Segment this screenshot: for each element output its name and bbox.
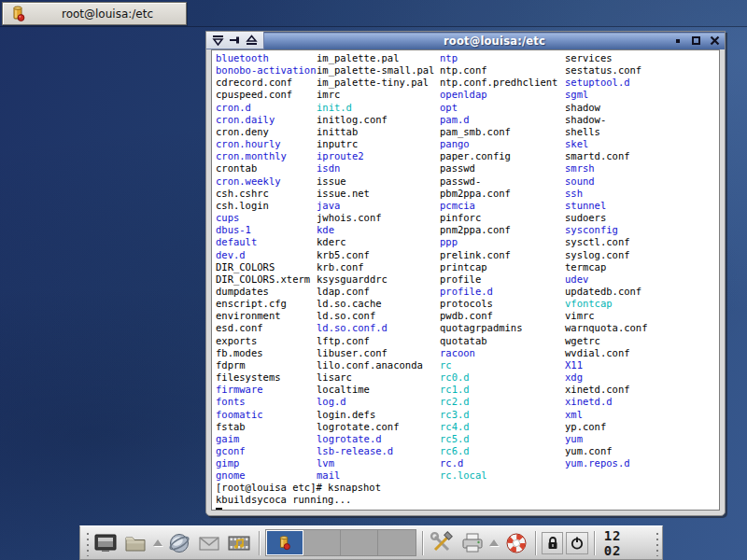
file-entry: im_palette-tiny.pal bbox=[317, 77, 434, 89]
lock-screen-button[interactable] bbox=[542, 532, 563, 554]
file-entry: lilo.conf.anaconda bbox=[317, 359, 434, 371]
print-manager-button[interactable] bbox=[458, 529, 486, 557]
pager-desktop-3[interactable] bbox=[341, 530, 378, 555]
multimedia-button[interactable] bbox=[226, 529, 253, 557]
eject-icon[interactable] bbox=[246, 35, 258, 46]
file-entry: issue bbox=[317, 175, 434, 188]
popup-arrow-icon[interactable] bbox=[489, 539, 499, 546]
konsole-window: root@louisa:/etc bluetoothbonobo-activat… bbox=[205, 31, 726, 516]
file-entry: paper.config bbox=[440, 150, 557, 162]
file-entry: X11 bbox=[565, 359, 648, 371]
logout-button[interactable] bbox=[566, 532, 587, 554]
file-entry: updatedb.conf bbox=[565, 286, 648, 298]
file-entry: krb5.conf bbox=[317, 249, 434, 261]
file-entry: rc6.d bbox=[440, 445, 557, 457]
file-entry: profile.d bbox=[440, 286, 557, 298]
file-entry: filesystems bbox=[216, 371, 316, 384]
close-button[interactable] bbox=[709, 35, 721, 47]
tools-icon bbox=[429, 530, 455, 556]
file-entry: yum.conf bbox=[565, 445, 648, 457]
titlebar-tab bbox=[206, 32, 264, 49]
file-entry: vimrc bbox=[565, 310, 648, 322]
file-entry: lftp.conf bbox=[317, 335, 434, 347]
file-entry: crontab bbox=[216, 162, 316, 175]
file-entry: passwd bbox=[440, 162, 557, 175]
file-entry: pwdb.conf bbox=[440, 310, 557, 322]
taskbar-entry-label: root@louisa:/etc bbox=[29, 7, 186, 21]
file-entry: esd.conf bbox=[216, 322, 316, 334]
file-entry: fstab bbox=[216, 421, 316, 433]
file-entry: imrc bbox=[317, 89, 434, 101]
maximize-button[interactable] bbox=[690, 35, 702, 47]
file-entry: DIR_COLORS bbox=[216, 261, 316, 273]
file-entry: jwhois.conf bbox=[317, 212, 434, 224]
file-entry: prelink.conf bbox=[440, 249, 557, 261]
email-button[interactable] bbox=[196, 529, 223, 557]
web-browser-button[interactable] bbox=[166, 529, 193, 557]
file-entry: pcmcia bbox=[440, 200, 557, 212]
file-entry: rc1.d bbox=[440, 384, 557, 396]
file-entry: login.defs bbox=[317, 409, 434, 421]
file-entry: wvdial.conf bbox=[565, 347, 648, 359]
file-entry: gaim bbox=[216, 433, 316, 445]
file-entry: yum bbox=[565, 433, 648, 445]
pager-desktop-1[interactable] bbox=[266, 530, 303, 555]
show-desktop-button[interactable] bbox=[92, 529, 120, 557]
file-entry: rc.d bbox=[440, 457, 557, 469]
maximize-icon bbox=[692, 36, 700, 45]
file-entry: firmware bbox=[216, 384, 316, 396]
taskbar-entry-konsole[interactable]: root@louisa:/etc bbox=[2, 2, 187, 25]
file-entry: setuptool.d bbox=[565, 77, 648, 89]
terminal-column-3: ntpntp.confntp.conf.predhclientopenldapo… bbox=[440, 52, 557, 482]
file-entry: kderc bbox=[317, 236, 434, 248]
screen-icon bbox=[92, 530, 119, 556]
file-entry: fdprm bbox=[216, 359, 316, 371]
pin-icon[interactable] bbox=[229, 35, 241, 46]
konsole-icon bbox=[275, 534, 294, 553]
file-entry: dbus-1 bbox=[216, 224, 316, 236]
popup-arrow-icon[interactable] bbox=[153, 539, 162, 546]
file-entry: cpuspeed.conf bbox=[216, 89, 316, 101]
file-entry: vfontcap bbox=[565, 298, 648, 310]
file-entry: wgetrc bbox=[565, 335, 648, 347]
terminal-output[interactable]: bluetoothbonobo-activationcdrecord.confc… bbox=[211, 49, 720, 511]
power-icon bbox=[570, 536, 585, 551]
panel-handle-right[interactable] bbox=[653, 529, 659, 556]
file-entry: cdrecord.conf bbox=[216, 77, 316, 89]
terminal-column-2: im_palette.palim_palette-small.palim_pal… bbox=[317, 52, 434, 482]
file-entry: sysconfig bbox=[565, 224, 648, 236]
file-entry: rc4.d bbox=[440, 421, 557, 433]
panel-clock[interactable]: 12 02 bbox=[600, 528, 651, 558]
file-entry: shadow- bbox=[565, 114, 648, 126]
window-titlebar[interactable]: root@louisa:/etc bbox=[206, 32, 725, 49]
titlebar-title-area[interactable]: root@louisa:/etc bbox=[264, 32, 725, 49]
shade-icon[interactable] bbox=[212, 35, 224, 46]
file-entry: rc bbox=[440, 359, 557, 371]
file-entry: fonts bbox=[216, 396, 316, 408]
home-folder-button[interactable] bbox=[122, 529, 149, 557]
file-entry: yp.conf bbox=[565, 421, 648, 433]
file-entry: ntp.conf.predhclient bbox=[440, 77, 557, 89]
file-entry: bluetooth bbox=[216, 52, 316, 64]
help-center-button[interactable] bbox=[502, 529, 529, 557]
file-entry: smartd.conf bbox=[565, 150, 648, 162]
pager-desktop-4[interactable] bbox=[378, 530, 416, 555]
panel-handle-left[interactable] bbox=[83, 529, 90, 556]
file-entry: quotagrpadmins bbox=[440, 322, 557, 334]
pager-desktop-2[interactable] bbox=[303, 530, 341, 555]
minimize-button[interactable] bbox=[671, 35, 684, 47]
file-entry: inputrc bbox=[317, 138, 434, 150]
file-entry: init.d bbox=[317, 102, 434, 114]
file-entry: dev.d bbox=[216, 249, 316, 261]
file-entry: rc.local bbox=[440, 469, 557, 482]
panel-separator bbox=[259, 531, 260, 555]
close-icon bbox=[710, 35, 720, 46]
terminal-column-4: servicessestatus.confsetuptool.dsgmlshad… bbox=[565, 52, 648, 469]
system-settings-button[interactable] bbox=[429, 529, 456, 557]
file-entry: xml bbox=[565, 409, 648, 421]
media-icon bbox=[226, 530, 252, 556]
desktop-pager bbox=[265, 529, 416, 556]
file-entry: iproute2 bbox=[317, 150, 434, 162]
bottom-panel: 12 02 bbox=[79, 525, 663, 560]
file-entry: csh.cshrc bbox=[216, 188, 316, 200]
